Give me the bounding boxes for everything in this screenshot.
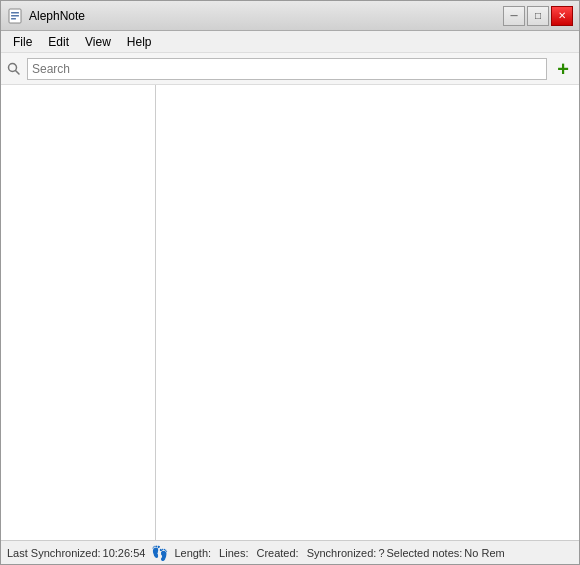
created-label: Created: bbox=[256, 547, 298, 559]
menu-view[interactable]: View bbox=[77, 31, 119, 52]
sync-icon: 👣 bbox=[151, 545, 168, 561]
svg-line-5 bbox=[16, 70, 20, 74]
search-icon bbox=[5, 60, 23, 78]
panels bbox=[1, 85, 579, 540]
app-window: AlephNote ─ □ ✕ File Edit View Help + bbox=[0, 0, 580, 565]
title-bar: AlephNote ─ □ ✕ bbox=[1, 1, 579, 31]
window-controls: ─ □ ✕ bbox=[503, 6, 573, 26]
search-bar: + bbox=[1, 53, 579, 85]
sync-label: Last Synchronized: bbox=[7, 547, 101, 559]
svg-rect-2 bbox=[11, 15, 19, 17]
sync-time: 10:26:54 bbox=[103, 547, 146, 559]
maximize-button[interactable]: □ bbox=[527, 6, 549, 26]
search-input[interactable] bbox=[27, 58, 547, 80]
lines-label: Lines: bbox=[219, 547, 248, 559]
menu-edit[interactable]: Edit bbox=[40, 31, 77, 52]
svg-rect-1 bbox=[11, 12, 19, 14]
sync-value: ? bbox=[378, 547, 384, 559]
add-note-button[interactable]: + bbox=[551, 57, 575, 81]
minimize-button[interactable]: ─ bbox=[503, 6, 525, 26]
length-label: Length: bbox=[174, 547, 211, 559]
close-button[interactable]: ✕ bbox=[551, 6, 573, 26]
note-editor-panel[interactable] bbox=[156, 85, 579, 540]
app-icon bbox=[7, 8, 23, 24]
selected-notes-value: No Rem bbox=[464, 547, 504, 559]
menu-file[interactable]: File bbox=[5, 31, 40, 52]
synchronized-label: Synchronized: bbox=[307, 547, 377, 559]
selected-notes-label: Selected notes: bbox=[387, 547, 463, 559]
menu-bar: File Edit View Help bbox=[1, 31, 579, 53]
notes-list-panel bbox=[1, 85, 156, 540]
main-content: + bbox=[1, 53, 579, 540]
window-title: AlephNote bbox=[29, 9, 503, 23]
status-bar: Last Synchronized: 10:26:54 👣 Length: Li… bbox=[1, 540, 579, 564]
menu-help[interactable]: Help bbox=[119, 31, 160, 52]
svg-rect-3 bbox=[11, 18, 16, 20]
